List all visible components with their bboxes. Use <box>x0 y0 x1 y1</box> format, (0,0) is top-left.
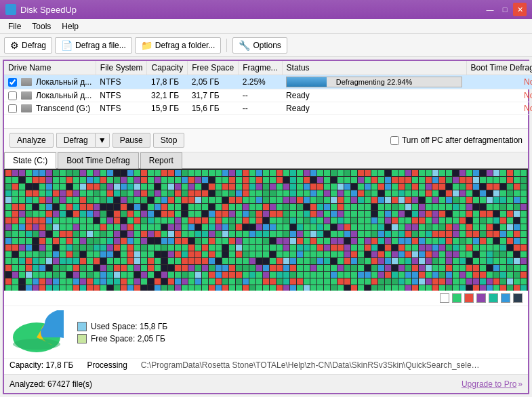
disk-block <box>331 251 337 257</box>
disk-block <box>33 238 39 244</box>
stop-button[interactable]: Stop <box>153 133 185 148</box>
disk-block <box>209 258 215 264</box>
disk-block <box>26 258 32 264</box>
disk-block <box>5 224 12 230</box>
disk-block <box>66 204 73 210</box>
disk-block <box>168 170 174 176</box>
menu-help[interactable]: Help <box>56 20 84 32</box>
disk-block <box>398 197 405 203</box>
disk-block <box>365 231 371 237</box>
disk-block <box>520 285 527 291</box>
disk-block <box>446 238 452 244</box>
upgrade-link[interactable]: Upgrade to Pro <box>462 379 516 389</box>
disk-block <box>100 251 106 257</box>
disk-block <box>66 231 73 237</box>
disk-block <box>12 217 18 224</box>
analyze-button[interactable]: Analyze <box>9 133 54 148</box>
turnoff-checkbox[interactable] <box>390 136 399 145</box>
disk-block <box>385 177 391 183</box>
disk-block <box>5 204 12 210</box>
disk-block <box>331 217 337 224</box>
disk-block <box>243 224 249 230</box>
disk-block <box>148 245 154 251</box>
options-button[interactable]: 🔧 Options <box>232 37 287 54</box>
disk-block <box>453 278 459 285</box>
defrag-button[interactable]: ⚙ Defrag <box>4 37 52 54</box>
disk-block <box>310 184 316 190</box>
processing-label: Processing <box>87 360 127 370</box>
disk-block <box>175 170 181 176</box>
disk-block <box>324 258 330 264</box>
col-boottime: Boot Time Defrag <box>466 61 532 75</box>
disk-block <box>419 278 425 285</box>
disk-block <box>304 265 310 271</box>
disk-block <box>236 285 242 291</box>
disk-block <box>520 217 527 224</box>
disk-block <box>168 231 174 237</box>
disk-block <box>405 285 411 291</box>
disk-block <box>236 272 242 278</box>
menu-tools[interactable]: Tools <box>26 20 56 32</box>
disk-block <box>249 204 255 210</box>
defrag-dropdown-button[interactable]: ▼ <box>95 133 110 148</box>
close-button[interactable]: ✕ <box>513 3 527 16</box>
disk-block <box>209 238 215 244</box>
disk-block <box>466 217 472 224</box>
status-bar: Analyzed: 67427 file(s) Upgrade to Pro » <box>4 374 528 393</box>
disk-block <box>331 265 337 271</box>
disk-block <box>46 245 52 251</box>
table-row[interactable]: Transcend (G:)NTFS15,9 ГБ15,6 ГБ--ReadyN… <box>4 102 532 115</box>
table-row[interactable]: Локальный д...NTFS17,8 ГБ2,05 ГБ2.25%Def… <box>4 75 532 89</box>
disk-block <box>514 238 520 244</box>
turnoff-label[interactable]: Turn off PC after defragmentation <box>390 135 523 145</box>
disk-block <box>398 285 405 291</box>
disk-block <box>371 190 377 196</box>
disk-block <box>337 278 344 285</box>
disk-block <box>520 224 527 230</box>
disk-block <box>216 272 222 278</box>
tab-2[interactable]: Report <box>140 152 182 169</box>
disk-block <box>317 231 323 237</box>
defrag-folder-button[interactable]: 📁 Defrag a folder... <box>135 37 222 54</box>
defrag-file-button[interactable]: 📄 Defrag a file... <box>55 37 132 54</box>
disk-block <box>263 278 269 285</box>
disk-block <box>87 265 93 271</box>
disk-block <box>5 285 12 291</box>
row-checkbox-1[interactable] <box>8 91 17 100</box>
defrag-action-button[interactable]: Defrag <box>56 133 95 148</box>
disk-block <box>514 177 520 183</box>
free-color-box <box>77 334 87 343</box>
disk-block <box>229 245 235 251</box>
minimize-button[interactable]: — <box>483 3 497 16</box>
disk-block <box>114 170 120 176</box>
disk-block <box>222 265 228 271</box>
disk-block <box>344 217 350 224</box>
disk-block <box>168 258 174 264</box>
disk-block <box>473 251 479 257</box>
disk-block <box>310 245 316 251</box>
disk-block <box>405 197 411 203</box>
disk-block <box>398 217 405 224</box>
disk-block <box>439 170 445 176</box>
disk-block <box>317 197 323 203</box>
defrag-icon: ⚙ <box>10 40 19 51</box>
disk-block <box>107 238 113 244</box>
tab-1[interactable]: Boot Time Defrag <box>58 152 138 169</box>
disk-block <box>263 190 269 196</box>
disk-block <box>337 258 344 264</box>
pause-button[interactable]: Pause <box>112 133 150 148</box>
disk-block <box>405 204 411 210</box>
disk-block <box>358 272 364 278</box>
disk-block <box>324 217 330 224</box>
menu-file[interactable]: File <box>3 20 26 32</box>
tab-0[interactable]: State (C:) <box>4 152 56 169</box>
row-checkbox-2[interactable] <box>8 104 17 113</box>
disk-block <box>229 231 235 237</box>
row-checkbox-0[interactable] <box>8 78 17 87</box>
maximize-button[interactable]: □ <box>498 3 512 16</box>
disk-block <box>53 224 59 230</box>
disk-block <box>127 170 134 176</box>
disk-block <box>297 170 303 176</box>
table-row[interactable]: Локальный д...NTFS32,1 ГБ31,7 ГБ--ReadyN… <box>4 89 532 102</box>
disk-block <box>277 211 283 217</box>
